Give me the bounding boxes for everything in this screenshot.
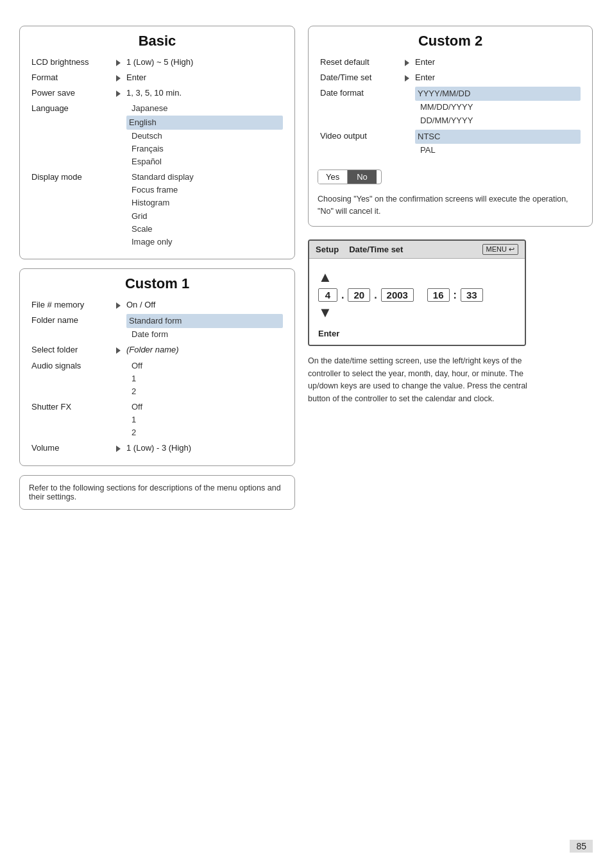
audio-2: 2 [126, 385, 283, 398]
month-field[interactable]: 20 [348, 288, 370, 302]
datetime-description: On the date/time setting screen, use the… [308, 355, 552, 405]
display-image-only: Image only [126, 236, 283, 248]
yes-no-bar[interactable]: Yes No [318, 169, 382, 184]
custom2-menu-table: Reset default Enter Date/Time set Enter … [318, 55, 583, 158]
audio-off: Off [126, 360, 283, 372]
colon-sep: : [454, 290, 457, 301]
custom2-section: Custom 2 Reset default Enter Date/Time s… [308, 26, 593, 227]
video-output-label: Video output [318, 128, 401, 158]
audio-signals-values: Off 1 2 [124, 358, 285, 399]
date-format-label: Date format [318, 85, 401, 128]
menu-back: MENU ↩ [482, 244, 518, 255]
page-number: 85 [570, 840, 593, 853]
reset-default-arrow [401, 55, 412, 70]
format-arrow [112, 70, 124, 85]
display-scale: Scale [126, 223, 283, 236]
audio-signals-arrow [112, 358, 124, 399]
table-row: Format Enter [29, 70, 285, 85]
language-arrow [112, 101, 124, 169]
hour-field[interactable]: 16 [427, 288, 450, 302]
language-english: English [126, 116, 283, 130]
power-save-arrow [112, 85, 124, 101]
select-folder-label: Select folder [29, 342, 112, 358]
right-column: Custom 2 Reset default Enter Date/Time s… [308, 26, 593, 405]
custom1-section: Custom 1 File # memory On / Off Folder n… [19, 268, 295, 466]
video-output-values: NTSC PAL [412, 128, 583, 158]
custom2-title: Custom 2 [318, 33, 583, 49]
display-standard: Standard display [126, 171, 283, 184]
audio-signals-label: Audio signals [29, 358, 112, 399]
dot2: . [374, 290, 377, 301]
shutter-fx-values: Off 1 2 [124, 399, 285, 440]
power-save-label: Power save [29, 85, 112, 101]
power-save-value: 1, 3, 5, 10 min. [124, 85, 285, 101]
shutter-fx-label: Shutter FX [29, 399, 112, 440]
custom1-menu-table: File # memory On / Off Folder name Stand… [29, 297, 285, 456]
datetime-set-arrow [401, 70, 412, 85]
setup-label: Setup [316, 245, 339, 254]
no-button[interactable]: No [348, 170, 377, 184]
table-row: Audio signals Off 1 2 [29, 358, 285, 399]
year-field[interactable]: 2003 [381, 288, 414, 302]
display-grid: Grid [126, 210, 283, 223]
table-row: Volume 1 (Low) - 3 (High) [29, 440, 285, 456]
minute-field[interactable]: 33 [461, 288, 483, 302]
date-format-arrow [401, 85, 412, 128]
enter-label[interactable]: Enter [318, 329, 516, 338]
format-label: Format [29, 70, 112, 85]
down-arrow-icon: ▼ [318, 304, 516, 321]
custom1-title: Custom 1 [29, 275, 285, 292]
folder-name-arrow [112, 313, 124, 342]
table-row: Folder name Standard form Date form [29, 313, 285, 342]
language-values: Japanese English Deutsch Français Españo… [124, 101, 285, 169]
back-arrow-icon: ↩ [509, 245, 514, 253]
file-memory-value: On / Off [124, 297, 285, 313]
table-row: Shutter FX Off 1 2 [29, 399, 285, 440]
lcd-brightness-value: 1 (Low) ~ 5 (High) [124, 55, 285, 70]
language-japanese: Japanese [126, 102, 283, 115]
table-row: Video output NTSC PAL [318, 128, 583, 158]
volume-label: Volume [29, 440, 112, 456]
reset-default-label: Reset default [318, 55, 401, 70]
menu-label: MENU [486, 245, 507, 253]
confirmation-text: Choosing "Yes" on the confirmation scree… [318, 193, 583, 218]
datetime-header: Setup Date/Time set MENU ↩ [309, 241, 525, 259]
reset-default-value: Enter [412, 55, 583, 70]
date-dd-mm-yyyy: DD/MM/YYYY [415, 114, 581, 127]
language-deutsch: Deutsch [126, 130, 283, 143]
table-row: Select folder (Folder name) [29, 342, 285, 358]
language-label: Language [29, 101, 112, 169]
datetime-screen-title: Date/Time set [349, 245, 482, 254]
left-column: Basic LCD brightness 1 (Low) ~ 5 (High) … [19, 26, 295, 510]
shutter-off: Off [126, 401, 283, 413]
yes-button[interactable]: Yes [318, 170, 348, 184]
date-yyyy-mm-dd: YYYY/MM/DD [415, 87, 581, 101]
basic-title: Basic [29, 33, 285, 49]
lcd-brightness-arrow [112, 55, 124, 70]
language-francais: Français [126, 143, 283, 155]
display-histogram: Histogram [126, 196, 283, 209]
table-row: File # memory On / Off [29, 297, 285, 313]
folder-name-values: Standard form Date form [124, 313, 285, 342]
folder-name-label: Folder name [29, 313, 112, 342]
video-output-arrow [401, 128, 412, 158]
table-row: Reset default Enter [318, 55, 583, 70]
date-mm-dd-yyyy: MM/DD/YYYY [415, 101, 581, 114]
dot1: . [341, 290, 344, 301]
language-espanol: Español [126, 155, 283, 168]
display-mode-label: Display mode [29, 169, 112, 250]
up-arrow-icon: ▲ [318, 269, 516, 286]
format-value: Enter [124, 70, 285, 85]
volume-arrow [112, 440, 124, 456]
day-field[interactable]: 4 [318, 288, 337, 302]
shutter-1: 1 [126, 413, 283, 426]
note-text: Refer to the following sections for desc… [29, 483, 281, 501]
datetime-set-value: Enter [412, 70, 583, 85]
select-folder-arrow [112, 342, 124, 358]
datetime-set-label: Date/Time set [318, 70, 401, 85]
display-focus: Focus frame [126, 184, 283, 196]
table-row: Date/Time set Enter [318, 70, 583, 85]
display-mode-arrow [112, 169, 124, 250]
shutter-2: 2 [126, 426, 283, 439]
shutter-fx-arrow [112, 399, 124, 440]
